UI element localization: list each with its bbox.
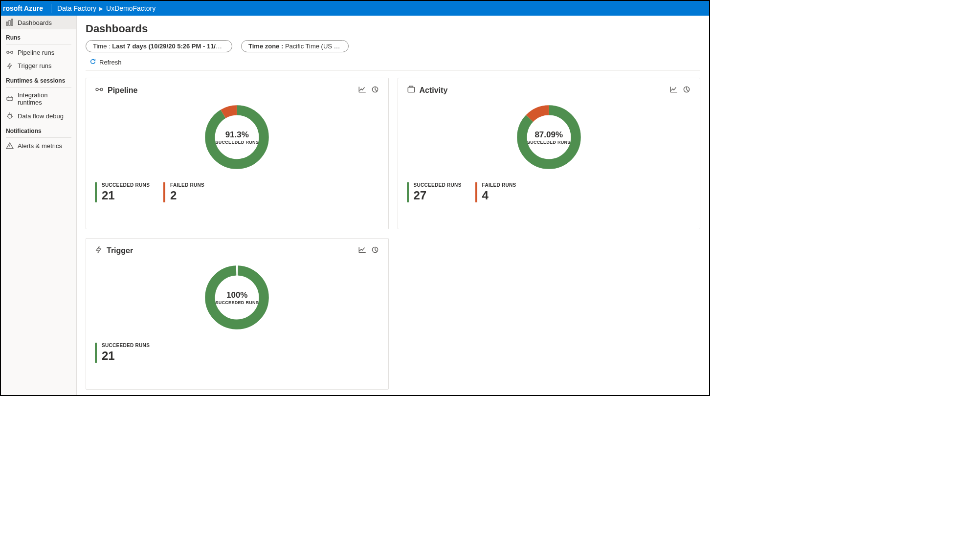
header-divider bbox=[51, 4, 51, 13]
sidebar-item-label: Trigger runs bbox=[18, 62, 52, 69]
integration-icon bbox=[6, 95, 14, 103]
stat-label: SUCCEEDED RUNS bbox=[414, 182, 462, 188]
stat-succeeded: SUCCEEDED RUNS 21 bbox=[95, 343, 150, 363]
donut-percent: 100% bbox=[226, 290, 247, 300]
time-filter-value: Last 7 days (10/29/20 5:26 PM - 11/5/20 … bbox=[112, 43, 232, 50]
page-title: Dashboards bbox=[86, 22, 700, 35]
sidebar-group-runtimes: Runtimes & sessions bbox=[1, 72, 76, 86]
svg-point-8 bbox=[100, 88, 103, 91]
pipeline-donut-chart: 91.3% SUCCEEDED RUNS bbox=[201, 102, 272, 173]
donut-chart-icon[interactable] bbox=[371, 85, 379, 96]
stat-succeeded: SUCCEEDED RUNS 21 bbox=[95, 182, 150, 202]
donut-sublabel: SUCCEEDED RUNS bbox=[527, 140, 571, 145]
debug-icon bbox=[6, 112, 14, 120]
timezone-filter-label: Time zone : bbox=[248, 43, 285, 50]
stat-label: FAILED RUNS bbox=[482, 182, 516, 188]
breadcrumb-1[interactable]: Data Factory bbox=[54, 4, 99, 12]
sidebar-item-label: Data flow debug bbox=[18, 112, 64, 120]
line-chart-icon[interactable] bbox=[358, 85, 367, 96]
alert-icon bbox=[6, 142, 14, 150]
trigger-donut-chart: 100% SUCCEEDED RUNS bbox=[201, 262, 272, 333]
breadcrumb-2[interactable]: UxDemoFactory bbox=[103, 4, 158, 12]
card-title: Trigger bbox=[107, 246, 133, 255]
line-chart-icon[interactable] bbox=[358, 245, 367, 256]
donut-sublabel: SUCCEEDED RUNS bbox=[215, 300, 259, 305]
donut-chart-icon[interactable] bbox=[371, 245, 379, 256]
sidebar-item-label: Dashboards bbox=[18, 19, 52, 26]
stat-value: 27 bbox=[414, 189, 462, 202]
activity-donut-chart: 87.09% SUCCEEDED RUNS bbox=[513, 102, 584, 173]
timezone-filter-pill[interactable]: Time zone : Pacific Time (US & Canada) (… bbox=[241, 40, 349, 52]
svg-point-4 bbox=[11, 51, 13, 53]
svg-point-3 bbox=[7, 51, 9, 53]
divider bbox=[6, 87, 71, 88]
trigger-card-icon bbox=[95, 246, 103, 256]
stat-failed: FAILED RUNS 4 bbox=[475, 182, 516, 202]
dashboard-icon bbox=[6, 19, 14, 26]
sidebar-item-integration-runtimes[interactable]: Integration runtimes bbox=[1, 88, 76, 109]
stat-value: 21 bbox=[102, 189, 150, 202]
donut-chart-icon[interactable] bbox=[682, 85, 691, 96]
sidebar-item-trigger-runs[interactable]: Trigger runs bbox=[1, 59, 76, 72]
time-filter-pill[interactable]: Time : Last 7 days (10/29/20 5:26 PM - 1… bbox=[86, 40, 232, 52]
donut-percent: 91.3% bbox=[225, 130, 249, 140]
svg-rect-2 bbox=[11, 19, 13, 25]
sidebar-item-pipeline-runs[interactable]: Pipeline runs bbox=[1, 45, 76, 59]
card-title: Activity bbox=[420, 86, 448, 95]
pipeline-card-icon bbox=[95, 85, 104, 96]
line-chart-icon[interactable] bbox=[669, 85, 678, 96]
svg-point-7 bbox=[96, 88, 98, 91]
stat-value: 21 bbox=[102, 349, 150, 363]
svg-point-6 bbox=[8, 114, 12, 118]
pipeline-icon bbox=[6, 48, 14, 56]
stat-value: 4 bbox=[482, 189, 516, 202]
sidebar-group-notifications: Notifications bbox=[1, 123, 76, 136]
sidebar-item-alerts-metrics[interactable]: Alerts & metrics bbox=[1, 139, 76, 153]
main-content: Dashboards Time : Last 7 days (10/29/20 … bbox=[77, 16, 709, 395]
stat-succeeded: SUCCEEDED RUNS 27 bbox=[407, 182, 462, 202]
divider bbox=[6, 44, 71, 44]
svg-rect-0 bbox=[6, 22, 8, 25]
chevron-right-icon: ▶ bbox=[99, 6, 103, 11]
card-trigger: Trigger 100% bbox=[86, 238, 389, 390]
sidebar-item-data-flow-debug[interactable]: Data flow debug bbox=[1, 109, 76, 123]
sidebar-item-label: Integration runtimes bbox=[18, 91, 71, 106]
donut-percent: 87.09% bbox=[535, 130, 563, 140]
svg-rect-5 bbox=[7, 97, 13, 100]
card-pipeline: Pipeline bbox=[86, 78, 389, 229]
activity-card-icon bbox=[407, 85, 416, 96]
card-activity: Activity bbox=[398, 78, 701, 229]
sidebar-item-dashboards[interactable]: Dashboards bbox=[1, 16, 76, 29]
sidebar: Dashboards Runs Pipeline runs Trigger ru… bbox=[1, 16, 77, 395]
divider bbox=[6, 137, 71, 138]
sidebar-group-runs: Runs bbox=[1, 29, 76, 43]
stat-label: FAILED RUNS bbox=[170, 182, 204, 188]
stat-failed: FAILED RUNS 2 bbox=[163, 182, 204, 202]
svg-rect-1 bbox=[9, 21, 10, 25]
stat-label: SUCCEEDED RUNS bbox=[102, 182, 150, 188]
timezone-filter-value: Pacific Time (US & Canada) (UTC... bbox=[285, 43, 349, 50]
donut-sublabel: SUCCEEDED RUNS bbox=[215, 140, 259, 145]
stat-label: SUCCEEDED RUNS bbox=[102, 343, 150, 348]
sidebar-item-label: Alerts & metrics bbox=[18, 142, 62, 150]
sidebar-item-label: Pipeline runs bbox=[18, 49, 54, 56]
time-filter-label: Time : bbox=[93, 43, 112, 50]
stat-value: 2 bbox=[170, 189, 204, 202]
card-title: Pipeline bbox=[108, 86, 137, 95]
brand-label: rosoft Azure bbox=[3, 4, 48, 12]
refresh-button[interactable]: Refresh bbox=[99, 59, 122, 66]
top-bar: rosoft Azure Data Factory ▶ UxDemoFactor… bbox=[1, 1, 709, 16]
trigger-icon bbox=[6, 63, 14, 69]
refresh-icon[interactable] bbox=[89, 58, 96, 66]
svg-rect-12 bbox=[408, 88, 415, 92]
